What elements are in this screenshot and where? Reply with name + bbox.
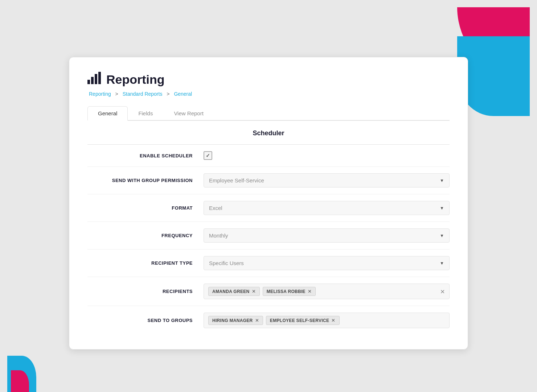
- label-recipients: RECIPIENTS: [87, 289, 204, 294]
- label-enable-scheduler: ENABLE SCHEDULER: [87, 153, 204, 158]
- tab-general[interactable]: General: [87, 106, 128, 121]
- svg-rect-0: [87, 80, 90, 84]
- checkbox-enable-scheduler[interactable]: ✓: [204, 151, 212, 160]
- form-row-send-with-group-permission: SEND WITH GROUP PERMISSION Employee Self…: [87, 167, 450, 194]
- breadcrumb-item-standard-reports[interactable]: Standard Reports: [123, 91, 163, 97]
- chevron-down-icon-group-permission: ▼: [440, 178, 444, 183]
- tag-label-hiring-manager: HIRING MANAGER: [212, 318, 253, 323]
- page-wrapper: Reporting Reporting > Standard Reports >…: [7, 7, 530, 392]
- tab-fields[interactable]: Fields: [128, 106, 163, 121]
- select-value-send-with-group-permission: Employee Self-Service: [209, 177, 264, 183]
- form-row-recipient-type: RECIPIENT TYPE Specific Users ▼: [87, 249, 450, 277]
- control-enable-scheduler: ✓: [204, 151, 450, 160]
- label-recipient-type: RECIPIENT TYPE: [87, 260, 204, 266]
- select-value-recipient-type: Specific Users: [209, 260, 244, 266]
- breadcrumb-separator-1: >: [115, 91, 120, 97]
- label-send-to-groups: SEND TO GROUPS: [87, 318, 204, 323]
- checkmark-icon: ✓: [206, 153, 210, 158]
- select-send-with-group-permission[interactable]: Employee Self-Service ▼: [204, 173, 450, 187]
- corner-decoration-top-right: [457, 7, 530, 116]
- breadcrumb-separator-2: >: [167, 91, 171, 97]
- svg-rect-1: [91, 77, 94, 84]
- scheduler-form: ENABLE SCHEDULER ✓ SEND WITH GROUP PERMI…: [87, 145, 450, 335]
- section-scheduler-title: Scheduler: [87, 121, 450, 145]
- svg-rect-3: [98, 72, 101, 84]
- control-recipients: AMANDA GREEN ✕ MELISSA ROBBIE ✕ ✕: [204, 284, 450, 299]
- tag-hiring-manager: HIRING MANAGER ✕: [208, 316, 263, 325]
- tag-remove-amanda-green[interactable]: ✕: [252, 289, 256, 294]
- tag-label-amanda-green: AMANDA GREEN: [212, 289, 250, 294]
- control-send-to-groups: HIRING MANAGER ✕ EMPLOYEE SELF-SERVICE ✕: [204, 313, 450, 328]
- chevron-down-icon-recipient-type: ▼: [440, 261, 444, 266]
- select-value-frequency: Monthly: [209, 232, 228, 239]
- breadcrumb-item-general: General: [174, 91, 192, 97]
- form-row-recipients: RECIPIENTS AMANDA GREEN ✕ MELISSA ROBBIE…: [87, 277, 450, 306]
- tab-view-report[interactable]: View Report: [163, 106, 214, 121]
- main-card: Reporting Reporting > Standard Reports >…: [69, 57, 468, 350]
- svg-rect-2: [95, 74, 97, 84]
- label-send-with-group-permission: SEND WITH GROUP PERMISSION: [87, 178, 204, 183]
- tag-label-melissa-robbie: MELISSA ROBBIE: [267, 289, 306, 294]
- form-row-enable-scheduler: ENABLE SCHEDULER ✓: [87, 145, 450, 167]
- tag-remove-employee-self-service[interactable]: ✕: [331, 318, 335, 323]
- select-value-format: Excel: [209, 205, 222, 211]
- select-frequency[interactable]: Monthly ▼: [204, 228, 450, 243]
- control-frequency: Monthly ▼: [204, 228, 450, 243]
- card-header: Reporting: [87, 72, 450, 87]
- tag-amanda-green: AMANDA GREEN ✕: [208, 287, 260, 296]
- form-row-format: FORMAT Excel ▼: [87, 194, 450, 222]
- tags-field-recipients[interactable]: AMANDA GREEN ✕ MELISSA ROBBIE ✕ ✕: [204, 284, 450, 299]
- control-recipient-type: Specific Users ▼: [204, 256, 450, 270]
- control-send-with-group-permission: Employee Self-Service ▼: [204, 173, 450, 187]
- tags-clear-recipients[interactable]: ✕: [440, 288, 445, 295]
- form-row-frequency: FREQUENCY Monthly ▼: [87, 222, 450, 249]
- corner-decoration-bottom-left: [7, 341, 51, 392]
- page-title: Reporting: [106, 73, 165, 87]
- select-format[interactable]: Excel ▼: [204, 201, 450, 215]
- tab-bar: General Fields View Report: [87, 106, 450, 121]
- tags-field-send-to-groups[interactable]: HIRING MANAGER ✕ EMPLOYEE SELF-SERVICE ✕: [204, 313, 450, 328]
- label-frequency: FREQUENCY: [87, 233, 204, 238]
- checkbox-wrapper-enable-scheduler: ✓: [204, 151, 450, 160]
- breadcrumb: Reporting > Standard Reports > General: [87, 91, 450, 97]
- reporting-icon: [87, 72, 101, 87]
- tag-label-employee-self-service: EMPLOYEE SELF-SERVICE: [270, 318, 329, 323]
- tag-employee-self-service: EMPLOYEE SELF-SERVICE ✕: [266, 316, 340, 325]
- form-row-send-to-groups: SEND TO GROUPS HIRING MANAGER ✕ EMPLOYEE…: [87, 306, 450, 335]
- chevron-down-icon-format: ▼: [440, 206, 444, 211]
- tag-remove-melissa-robbie[interactable]: ✕: [308, 289, 312, 294]
- select-recipient-type[interactable]: Specific Users ▼: [204, 256, 450, 270]
- tag-remove-hiring-manager[interactable]: ✕: [255, 318, 259, 323]
- label-format: FORMAT: [87, 205, 204, 211]
- breadcrumb-item-reporting[interactable]: Reporting: [89, 91, 111, 97]
- chevron-down-icon-frequency: ▼: [440, 233, 444, 238]
- control-format: Excel ▼: [204, 201, 450, 215]
- tag-melissa-robbie: MELISSA ROBBIE ✕: [263, 287, 316, 296]
